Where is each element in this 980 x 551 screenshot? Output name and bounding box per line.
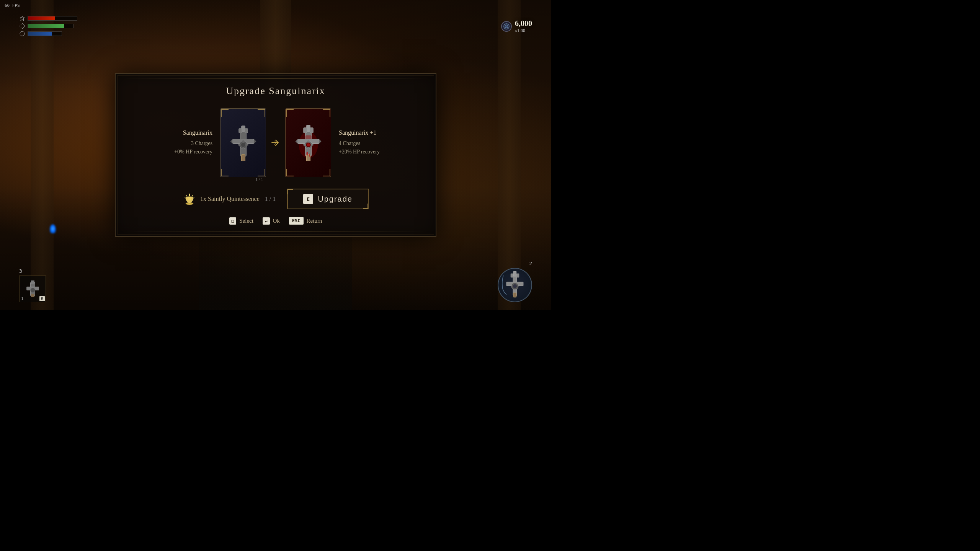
svg-point-1	[20, 31, 24, 36]
hud-topleft	[19, 15, 77, 37]
svg-rect-49	[31, 280, 34, 284]
select-label: Select	[239, 218, 253, 224]
svg-rect-14	[242, 140, 244, 142]
svg-rect-50	[31, 294, 34, 297]
svg-point-36	[306, 152, 308, 155]
item-version: 1 / 1	[255, 177, 263, 182]
cost-count: 1 / 1	[265, 196, 276, 202]
svg-rect-57	[516, 274, 519, 277]
svg-rect-55	[513, 271, 516, 276]
svg-line-42	[186, 195, 187, 197]
stamina-icon	[19, 23, 25, 29]
svg-rect-17	[246, 144, 248, 145]
dialog-title: Upgrade Sanguinarix	[131, 85, 420, 97]
svg-rect-32	[307, 147, 309, 149]
fps-counter: 60 FPS	[5, 3, 20, 8]
svg-rect-25	[306, 125, 310, 131]
svg-point-54	[513, 284, 517, 288]
svg-line-44	[185, 198, 186, 198]
select-key-icon: □	[229, 217, 237, 225]
ok-control: ↵ Ok	[263, 217, 280, 225]
hud-bottomright: 2	[498, 261, 532, 302]
svg-rect-11	[245, 128, 248, 133]
arrow-icon	[270, 137, 281, 148]
svg-line-43	[193, 198, 194, 198]
svg-rect-26	[303, 127, 307, 133]
svg-point-37	[309, 153, 310, 156]
svg-marker-7	[230, 139, 232, 143]
upgrade-label: Upgrade	[318, 195, 353, 204]
svg-marker-8	[254, 139, 256, 143]
item-before-name: Sanguinarix	[144, 129, 212, 136]
inventory-slot: 1 R	[19, 276, 46, 302]
minimap-circle	[498, 268, 532, 302]
svg-rect-18	[241, 154, 245, 161]
inventory-item-icon	[24, 280, 41, 298]
item-card-current: 1 / 1	[220, 108, 266, 177]
select-key: □	[232, 218, 234, 223]
comparison-area: Sanguinarix 3 Charges +0% HP recovery	[131, 108, 420, 177]
item-after-recovery: +20% HP recovery	[339, 148, 408, 156]
currency-icon	[501, 21, 512, 32]
ok-key: ↵	[265, 218, 268, 223]
inventory-key-label: R	[39, 296, 45, 301]
cost-upgrade-section: 1x Saintly Quintessence 1 / 1 E Upgrade	[131, 189, 420, 209]
cost-section: 1x Saintly Quintessence 1 / 1	[183, 192, 276, 206]
dialog-bottom-border	[123, 231, 428, 231]
svg-point-48	[30, 288, 35, 292]
upgrade-key-badge: E	[303, 194, 313, 204]
svg-rect-16	[238, 144, 240, 145]
blue-flame	[50, 224, 56, 233]
return-label: Return	[307, 218, 322, 224]
controls-row: □ Select ↵ Ok ESC Return	[131, 217, 420, 225]
svg-point-30	[307, 143, 310, 146]
svg-rect-15	[242, 147, 244, 149]
dialog-top-border	[123, 78, 428, 79]
ok-key-icon: ↵	[263, 217, 270, 225]
item-card-upgraded	[285, 108, 331, 177]
mana-bar	[28, 31, 62, 36]
item-after-name: Sanguinarix +1	[339, 129, 408, 136]
hp-bar-container	[19, 15, 77, 21]
svg-rect-10	[238, 128, 242, 133]
item-after-info: Sanguinarix +1 4 Charges +20% HP recover…	[331, 129, 408, 156]
item-cards: 1 / 1	[220, 108, 331, 177]
svg-rect-27	[310, 127, 313, 133]
inventory-count: 3	[19, 268, 22, 274]
cost-text: 1x Saintly Quintessence	[200, 196, 260, 202]
upgrade-button[interactable]: E Upgrade	[287, 189, 369, 209]
svg-rect-34	[311, 144, 313, 145]
svg-point-4	[506, 26, 507, 27]
svg-rect-33	[303, 144, 305, 145]
svg-point-13	[241, 142, 245, 147]
item-before-charges: 3 Charges	[144, 139, 212, 148]
stamina-bar	[28, 24, 74, 28]
svg-rect-9	[241, 126, 245, 131]
svg-point-45	[188, 196, 191, 200]
inventory-slot-number: 1	[21, 296, 24, 301]
quintessence-icon	[183, 192, 196, 206]
currency-multiplier: x1.00	[515, 28, 525, 34]
hud-topright: 6,000 x1.00	[501, 19, 532, 34]
item-before-recovery: +0% HP recovery	[144, 148, 212, 156]
hp-icon	[19, 15, 25, 21]
svg-rect-31	[307, 140, 309, 142]
stone-column-left	[31, 0, 54, 310]
hp-bar	[28, 16, 77, 21]
svg-marker-0	[20, 23, 25, 29]
return-key-box: ESC	[289, 217, 304, 225]
select-control: □ Select	[229, 217, 253, 225]
item-after-charges: 4 Charges	[339, 139, 408, 148]
item-icon-upgraded	[293, 124, 323, 162]
currency-amount: 6,000	[515, 19, 532, 28]
inventory-bottomleft: 3 1 R	[19, 268, 46, 302]
mana-icon	[19, 31, 25, 37]
svg-line-41	[192, 195, 193, 197]
stamina-bar-container	[19, 23, 77, 29]
upgrade-dialog: Upgrade Sanguinarix Sanguinarix 3 Charge…	[115, 73, 436, 237]
return-control: ESC Return	[289, 217, 322, 225]
minimap-number: 2	[529, 261, 532, 266]
mana-bar-container	[19, 31, 77, 37]
item-before-info: Sanguinarix 3 Charges +0% HP recovery	[144, 129, 220, 156]
svg-rect-58	[513, 293, 516, 297]
